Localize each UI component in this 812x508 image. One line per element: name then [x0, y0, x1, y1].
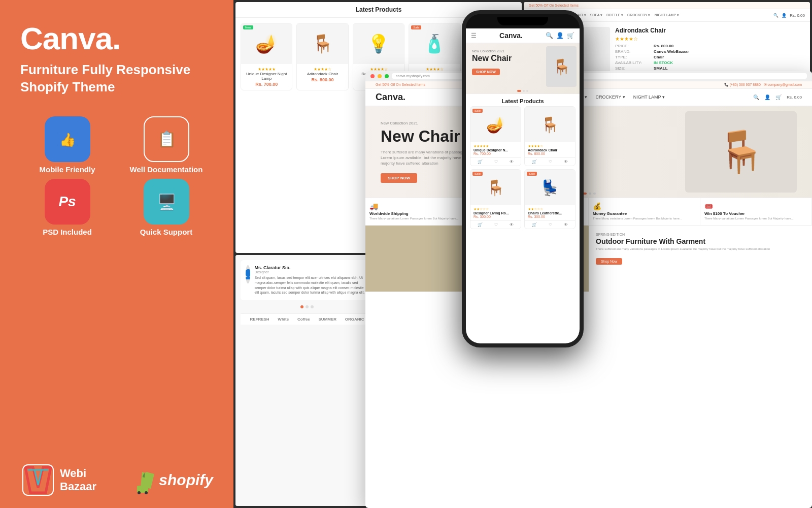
- wish-action-icon-2[interactable]: ♡: [494, 223, 498, 227]
- money-desc: There Many variations Lorem Passages lor…: [593, 217, 696, 221]
- desktop-search-icon[interactable]: 🔍: [753, 94, 759, 100]
- phone-search-icon[interactable]: 🔍: [546, 32, 553, 39]
- shopify-logo: shopify: [128, 466, 213, 494]
- phone-hero-btn[interactable]: SHOP NOW: [472, 69, 500, 75]
- hero-carousel-dots: [582, 193, 596, 195]
- feature-voucher: 🎟️ Win $100 To Voucher There Many variat…: [700, 198, 812, 225]
- browser-url: canva.myshopify.com: [392, 73, 807, 79]
- testimonial-dots: [241, 303, 374, 310]
- nav-lamp[interactable]: NIGHT LAMP ▾: [633, 94, 665, 100]
- document-icon: 📋: [154, 126, 179, 152]
- hero-dot-3: [526, 90, 528, 92]
- phone-product-actions-1: 🛒 ♡ 👁: [525, 157, 575, 166]
- brand-organic: ORGANIC: [345, 317, 364, 322]
- brand-refresh: REFRESH: [250, 317, 269, 322]
- phone-cart-icon[interactable]: 🛒: [567, 32, 574, 39]
- dot-2[interactable]: [306, 305, 309, 308]
- testimonial-section: 👤 Ms. Claratur Sio. Designer Sed sit qua…: [235, 255, 379, 506]
- voucher-desc: There Many variations Lorem Passages lor…: [704, 217, 807, 221]
- pd-brand-label: BRAND:: [615, 49, 651, 54]
- desktop-cart-icon[interactable]: 🛒: [775, 94, 782, 100]
- lp-card-1: 🪑 ★★★★☆ Adirondack Chair Rs. 800.00: [296, 23, 348, 90]
- quick-support-label: Quick Support: [140, 228, 192, 236]
- well-doc-icon-wrap: 📋: [144, 116, 189, 162]
- phone-product-0: Sale 🪔 ★★★★★ Unique Designer N... Rs. 70…: [470, 106, 521, 166]
- spring-label: SPRING EDITION: [596, 233, 805, 236]
- brand-logos: REFRESH White Coffee SUMMER ORGANIC: [241, 313, 374, 325]
- view-action-icon-1[interactable]: 👁: [564, 160, 568, 164]
- lp-card-price-1: Rs. 800.00: [300, 77, 345, 82]
- webi-text: Webi: [60, 467, 96, 480]
- feature-quick-support: 🖥️ Quick Support: [119, 179, 213, 236]
- pd-nav-sofa: SOFA ▾: [590, 13, 602, 17]
- cart-action-icon-3[interactable]: 🛒: [532, 223, 537, 227]
- cart-action-icon-2[interactable]: 🛒: [478, 223, 483, 227]
- view-action-icon-2[interactable]: 👁: [510, 223, 514, 227]
- phone-product-actions-2: 🛒 ♡ 👁: [470, 220, 521, 229]
- lp-card-img-0: New 🪔: [241, 23, 292, 64]
- phone-product-name-3: Chairs Leatherette...: [528, 211, 572, 215]
- view-action-icon[interactable]: 👁: [510, 160, 514, 164]
- pd-availability-row: AVAILABILITY: IN STOCK: [615, 60, 689, 65]
- desktop-user-icon[interactable]: 👤: [764, 94, 770, 100]
- phone-product-2: Sale 🪑 ★★☆☆☆ Designer Living Ro... Rs. 3…: [470, 169, 521, 229]
- pd-price-row: PRICE: Rs. 800.00: [615, 44, 689, 48]
- pd-size-val: SMALL: [654, 66, 668, 71]
- dot-3[interactable]: [311, 305, 314, 308]
- pd-brand-val: Canva-WebBazaar: [654, 49, 689, 54]
- phone-product-img-3: Sale 💺: [525, 170, 575, 205]
- feature-money: 💰 Money Guarantee There Many variations …: [589, 198, 700, 225]
- browser-chrome: canva.myshopify.com: [365, 71, 812, 81]
- lp-card-info-1: ★★★★☆ Adirondack Chair Rs. 800.00: [297, 64, 348, 85]
- lp-card-img-2: 💡: [353, 23, 404, 64]
- svg-text:👍: 👍: [59, 132, 76, 148]
- user-icon[interactable]: 👤: [782, 13, 787, 18]
- money-title: Money Guarantee: [593, 211, 696, 216]
- nav-crockery[interactable]: CROCKERY ▾: [595, 94, 625, 100]
- testimonial-card: 👤 Ms. Claratur Sio. Designer Sed sit qua…: [241, 260, 374, 300]
- dot-1[interactable]: [300, 305, 303, 308]
- left-panel: Canva. Furniture Fully Responsive Shopif…: [0, 0, 233, 508]
- spring-btn[interactable]: Shop Now: [596, 258, 622, 265]
- feature-mobile-friendly: 👍 Mobile Friendly: [20, 116, 114, 174]
- pd-brand-row: BRAND: Canva-WebBazaar: [615, 49, 689, 54]
- phone-product-price-0: Rs. 700.00: [473, 152, 518, 155]
- voucher-icon: 🎟️: [704, 202, 807, 210]
- worldwide-title: Worldwide Shipping: [369, 211, 472, 216]
- desktop-shop-now-btn[interactable]: SHOP NOW: [381, 173, 417, 183]
- wish-action-icon-1[interactable]: ♡: [549, 160, 552, 164]
- phone-screen: ☰ Canva. 🔍 👤 🛒 New Collection 2021 New C…: [466, 28, 580, 343]
- search-icon[interactable]: 🔍: [773, 13, 779, 18]
- phone-product-price-3: Rs. 300.00: [528, 215, 572, 218]
- desktop-cart-amount: Rs. 0.00: [787, 95, 802, 100]
- svg-text:🖥️: 🖥️: [157, 193, 176, 211]
- phone-menu-icon[interactable]: ☰: [471, 32, 477, 39]
- money-icon: 💰: [593, 202, 696, 210]
- well-doc-label: Well Documentation: [130, 165, 203, 174]
- wish-action-icon-3[interactable]: ♡: [549, 223, 552, 227]
- pd-type-row: TYPE: Chair: [615, 55, 689, 59]
- spring-section: 🪑 SPRING EDITION Outdoor Furniture With …: [365, 226, 812, 292]
- brand-white: White: [278, 317, 289, 322]
- phone-user-icon[interactable]: 👤: [556, 32, 564, 39]
- mobile-friendly-icon-wrap: 👍: [45, 116, 90, 162]
- webi-logo-text: Webi Bazaar: [60, 467, 96, 493]
- cart-action-icon-1[interactable]: 🛒: [532, 160, 537, 164]
- cart-action-icon[interactable]: 🛒: [478, 160, 483, 164]
- pd-size-row: SIZE: SMALL: [615, 66, 689, 71]
- brand-coffee: Coffee: [297, 317, 310, 322]
- view-action-icon-3[interactable]: 👁: [564, 223, 568, 227]
- lp-card-price-0: Rs. 700.00: [244, 82, 289, 87]
- phone-header: ☰ Canva. 🔍 👤 🛒: [466, 28, 580, 43]
- lp-card-name-1: Adirondack Chair: [300, 72, 345, 76]
- testimonial-name: Ms. Claratur Sio.: [254, 265, 368, 270]
- webi-logo: Webi Bazaar: [20, 462, 96, 498]
- pd-nav-crockery: CROCKERY ▾: [627, 13, 650, 17]
- phone-sale-badge-3: Sale: [527, 172, 537, 176]
- browser-max: [385, 74, 389, 78]
- svg-marker-4: [25, 467, 51, 493]
- phone-latest-products-title: Latest Products: [466, 94, 580, 106]
- phone-product-price-2: Rs. 300.00: [473, 215, 518, 218]
- desktop-contact: 📞 (+85) 366 937 8880 ✉ company@gmail.com: [724, 83, 802, 87]
- wish-action-icon[interactable]: ♡: [494, 160, 498, 164]
